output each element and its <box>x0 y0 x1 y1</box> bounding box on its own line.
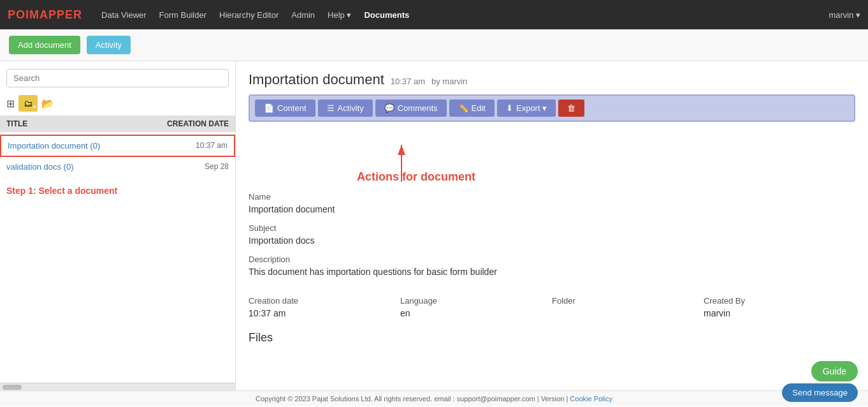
nav-data-viewer[interactable]: Data Viewer <box>101 10 147 20</box>
description-value: This document has importation questions … <box>249 267 855 277</box>
doc-date-importation: 10:37 am <box>196 141 228 151</box>
meta-creation-date: Creation date 10:37 am <box>249 287 400 318</box>
tab-edit-label: Edit <box>472 103 486 113</box>
language-label: Language <box>400 296 552 306</box>
footer-text: Copyright © 2023 Pajat Solutions Ltd. Al… <box>256 395 568 403</box>
document-title-row: Importation document 10:37 am by marvin <box>249 61 855 94</box>
annotation-area: Actions for document <box>249 132 855 183</box>
created-by-label: Created By <box>704 296 855 306</box>
meta-created-by: Created By marvin <box>704 287 855 318</box>
sidebar-title-col: TITLE <box>6 119 27 128</box>
description-label: Description <box>249 255 855 264</box>
tab-content-label: Content <box>277 103 307 113</box>
add-document-button[interactable]: Add document <box>9 36 80 54</box>
action-bar: Add document Activity <box>0 29 868 61</box>
app-logo: POIMAPPER <box>8 8 82 22</box>
delete-tab-icon: 🗑 <box>567 103 575 113</box>
document-time: 10:37 am <box>391 77 425 86</box>
language-value: en <box>400 308 552 318</box>
subject-value: Importation docs <box>249 235 855 246</box>
document-item-importation[interactable]: Importation document (0) 10:37 am <box>0 135 235 157</box>
meta-language: Language en <box>400 287 552 318</box>
tab-edit[interactable]: ✏️ Edit <box>449 100 495 117</box>
document-author: by marvin <box>431 77 467 86</box>
tab-delete[interactable]: 🗑 <box>558 100 584 117</box>
name-label: Name <box>249 192 855 202</box>
folder-icons-row: ⊞ 🗂 + 📂 <box>0 93 235 115</box>
created-by-value: marvin <box>704 308 855 318</box>
main-layout: ⊞ 🗂 + 📂 TITLE CREATION DATE Importation … <box>0 61 868 390</box>
nav-admin[interactable]: Admin <box>291 10 315 20</box>
logo-accent: POI <box>8 8 29 21</box>
export-tab-icon: ⬇ <box>506 103 513 113</box>
footer: Copyright © 2023 Pajat Solutions Ltd. Al… <box>0 390 868 406</box>
creation-date-value: 10:37 am <box>249 308 400 318</box>
activity-tab-icon: ☰ <box>327 103 335 113</box>
tab-activity-label: Activity <box>338 103 364 113</box>
hscroll-thumb <box>3 385 22 390</box>
guide-button[interactable]: Guide <box>811 361 858 381</box>
meta-folder: Folder <box>552 287 704 318</box>
sidebar-table-header: TITLE CREATION DATE <box>0 115 235 132</box>
folder-open-icon: 📂 <box>41 98 54 110</box>
comments-tab-icon: 💬 <box>384 103 394 113</box>
sidebar: ⊞ 🗂 + 📂 TITLE CREATION DATE Importation … <box>0 61 236 390</box>
document-title: Importation document <box>249 71 384 88</box>
sidebar-date-col: CREATION DATE <box>167 119 229 128</box>
search-container <box>0 61 235 93</box>
folder-label: Folder <box>552 296 704 306</box>
files-heading: Files <box>249 331 855 344</box>
tab-comments-label: Comments <box>398 103 438 113</box>
tab-comments[interactable]: 💬 Comments <box>375 100 447 117</box>
doc-date-validation: Sep 28 <box>205 162 229 172</box>
step-label: Step 1: Select a document <box>0 179 235 202</box>
tab-activity[interactable]: ☰ Activity <box>318 100 373 117</box>
document-list: Importation document (0) 10:37 am valida… <box>0 132 235 179</box>
cookie-policy-link[interactable]: Cookie Policy <box>570 395 612 403</box>
plus-badge: + <box>33 104 36 110</box>
expand-icon[interactable]: ⊞ <box>6 98 15 110</box>
nav-form-builder[interactable]: Form Builder <box>159 10 206 20</box>
search-input[interactable] <box>6 69 229 87</box>
sidebar-scroll[interactable]: ⊞ 🗂 + 📂 TITLE CREATION DATE Importation … <box>0 61 235 383</box>
edit-tab-icon: ✏️ <box>458 103 468 113</box>
top-navigation: POIMAPPER Data Viewer Form Builder Hiera… <box>0 0 868 29</box>
activity-button[interactable]: Activity <box>87 36 131 54</box>
meta-row: Creation date 10:37 am Language en Folde… <box>249 287 855 318</box>
subject-label: Subject <box>249 223 855 233</box>
doc-title-validation: validation docs (0) <box>6 162 74 172</box>
nav-documents[interactable]: Documents <box>364 10 409 20</box>
user-menu[interactable]: marvin ▾ <box>828 10 860 20</box>
add-folder-button[interactable]: 🗂 + <box>18 95 38 112</box>
tab-export[interactable]: ⬇ Export ▾ <box>497 100 556 117</box>
name-value: Importation document <box>249 204 855 214</box>
tab-bar: 📄 Content ☰ Activity 💬 Comments ✏️ Edit … <box>249 94 855 122</box>
doc-title-importation: Importation document (0) <box>8 141 100 151</box>
annotation-arrow <box>338 132 465 183</box>
nav-hierarchy-editor[interactable]: Hierarchy Editor <box>219 10 278 20</box>
nav-help[interactable]: Help ▾ <box>328 10 351 20</box>
creation-date-label: Creation date <box>249 296 400 306</box>
document-item-validation[interactable]: validation docs (0) Sep 28 <box>0 157 235 177</box>
content-area: Importation document 10:37 am by marvin … <box>236 61 868 390</box>
annotation-container: 📄 Content ☰ Activity 💬 Comments ✏️ Edit … <box>249 94 855 183</box>
tab-export-label: Export ▾ <box>516 103 547 113</box>
sidebar-hscroll[interactable] <box>0 383 235 390</box>
send-message-button[interactable]: Send message <box>782 383 858 402</box>
content-tab-icon: 📄 <box>264 103 274 113</box>
tab-content[interactable]: 📄 Content <box>255 100 315 117</box>
